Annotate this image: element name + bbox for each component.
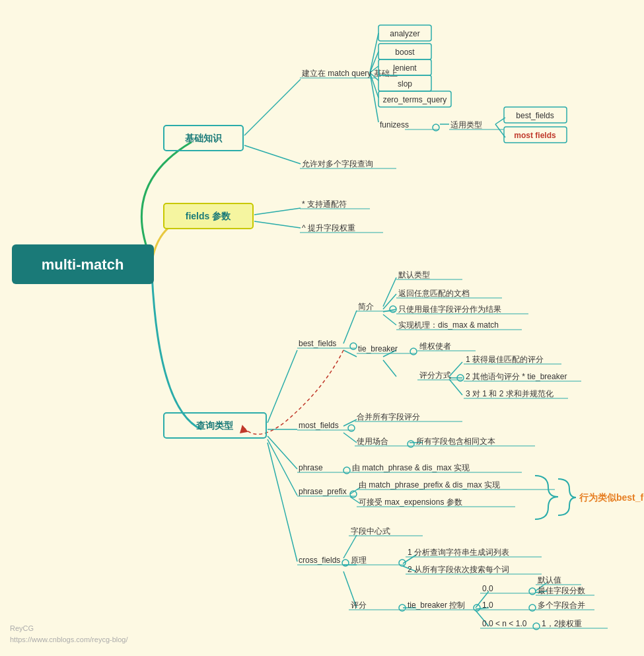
best-fields-main-label: best_fields: [299, 339, 336, 348]
watermark-line1: ReyCG: [10, 623, 128, 635]
fields-canshu-label: fields 参数: [186, 211, 231, 221]
weiquan-label: 维权使者: [419, 342, 451, 351]
duoge-label: 多个字段合并: [538, 601, 585, 610]
cross-fields-label: cross_fields: [299, 556, 340, 565]
slop-label: slop: [398, 79, 412, 89]
most-fields-main-label: most_fields: [299, 421, 339, 430]
wildcard-label: * 支持通配符: [302, 200, 347, 209]
val10-label: 1.0: [482, 601, 493, 610]
val-range-label: 0.0 < n < 1.0: [482, 619, 527, 628]
tiebreaker-label: tie_breaker: [358, 344, 398, 353]
boost-field-label: ^ 提升字段权重: [302, 223, 355, 233]
best-fields-top-label: best_fields: [516, 111, 554, 120]
pingfen1-label: 1 获得最佳匹配的评分: [466, 355, 544, 364]
jiequan-label: 1，2接权重: [542, 619, 582, 628]
funizess-label: funizess: [380, 120, 409, 129]
chaxun-leixing-label: 查询类型: [196, 420, 234, 431]
jianjie-label: 简介: [358, 302, 374, 311]
morenzhi-label: 默认值: [537, 575, 561, 585]
pingfen-fangshi-label: 评分方式: [419, 371, 451, 380]
boost-label: boost: [395, 48, 415, 57]
yunxu-label: 允许对多个字段查询: [302, 159, 373, 168]
morentype-label: 默认类型: [398, 270, 430, 279]
most-fields-top-label: most fields: [514, 131, 556, 140]
ziduan-zhongxinshi-label: 字段中心式: [351, 527, 390, 536]
phrase-prefix-desc2-label: 可接受 max_expensions 参数: [359, 497, 462, 507]
root-label: multi-match: [42, 256, 124, 273]
phrase-desc-label: 由 match_phrase & dis_max 实现: [352, 463, 470, 472]
tiebreaker-control-label: tie_breaker 控制: [408, 601, 465, 610]
yuanli-label: 原理: [351, 556, 367, 565]
suoyou-label: 所有字段包含相同文本: [416, 437, 495, 446]
jichuzishi-label: 基础知识: [185, 133, 223, 143]
pingfen-label: 评分: [351, 601, 367, 610]
fanhui-label: 返回任意匹配的文档: [398, 289, 470, 298]
zuijia-label: 最佳字段分数: [538, 586, 585, 595]
watermark: ReyCG https://www.cnblogs.com/reycg-blog…: [10, 623, 128, 646]
lenient-label: lenient: [393, 63, 417, 73]
analyzer-label: analyzer: [390, 29, 419, 38]
shiyong-leixing-label: 适用类型: [450, 120, 482, 129]
phrase-prefix-desc1-label: 由 match_phrase_prefix & dis_max 实现: [359, 480, 500, 490]
val00-label: 0.0: [482, 584, 493, 593]
zero-terms-label: zero_terms_query: [383, 95, 447, 104]
phrase-label: phrase: [299, 463, 323, 472]
yuanli2-label: 2 从所有字段依次搜索每个词: [408, 565, 509, 574]
zhishiyong-label: 只使用最佳字段评分作为结果: [398, 305, 501, 314]
pingfen3-label: 3 对 1 和 2 求和并规范化: [466, 389, 554, 398]
xingwei-label: 行为类似best_fields: [579, 492, 644, 503]
shixian-label: 实现机理：dis_max & match: [398, 320, 499, 330]
shiyong-changhe-label: 使用场合: [357, 437, 388, 446]
yuanli1-label: 1 分析查询字符串生成词列表: [408, 548, 509, 557]
phrase-prefix-label: phrase_prefix: [299, 487, 347, 496]
hebing-label: 合并所有字段评分: [357, 412, 420, 421]
pingfen2-label: 2 其他语句评分 * tie_breaker: [466, 372, 567, 381]
watermark-line2: https://www.cnblogs.com/reycg-blog/: [10, 634, 128, 646]
jianlizai-label: 建立在 match query 基础上: [301, 69, 398, 78]
